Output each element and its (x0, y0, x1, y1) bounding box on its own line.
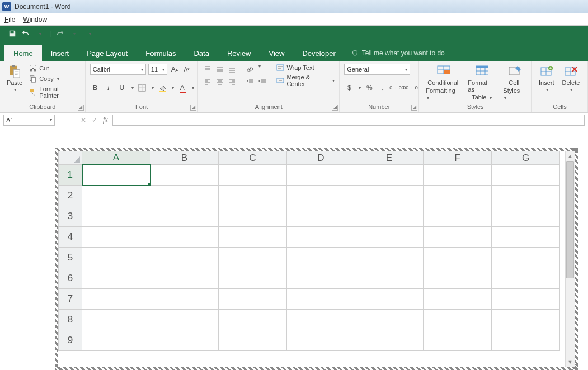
tab-view[interactable]: View (260, 45, 294, 61)
cell[interactable] (355, 186, 424, 206)
align-center-icon[interactable] (215, 76, 225, 86)
percent-format-button[interactable]: % (364, 83, 374, 93)
cut-button[interactable]: Cut (28, 64, 81, 73)
number-launcher[interactable]: ◢ (411, 105, 417, 111)
clipboard-launcher[interactable]: ◢ (78, 105, 84, 111)
tab-page-layout[interactable]: Page Layout (78, 45, 137, 61)
col-header-C[interactable]: C (219, 151, 287, 165)
row-header-4[interactable]: 4 (59, 227, 82, 248)
tab-formulas[interactable]: Formulas (137, 45, 185, 61)
col-header-E[interactable]: E (355, 151, 424, 165)
cell[interactable] (492, 248, 560, 268)
row-header-7[interactable]: 7 (59, 289, 82, 310)
decrease-indent-icon[interactable] (245, 76, 255, 86)
cell[interactable] (219, 165, 287, 186)
cell[interactable] (82, 206, 150, 227)
redo-icon[interactable] (55, 29, 64, 38)
wrap-text-button[interactable]: Wrap Text (276, 64, 335, 72)
cell[interactable] (82, 227, 150, 248)
comma-format-button[interactable]: , (378, 83, 388, 93)
underline-button[interactable]: U (117, 83, 127, 93)
enter-formula-icon[interactable]: ✓ (92, 116, 97, 124)
scroll-track[interactable] (566, 279, 575, 357)
cell[interactable] (355, 310, 424, 330)
embedded-spreadsheet[interactable]: A B C D E F G 1 2 3 4 5 6 7 8 9 ▲ (55, 148, 578, 370)
cell[interactable] (492, 165, 560, 186)
font-color-dropdown[interactable]: ▾ (192, 86, 194, 91)
cell[interactable] (82, 268, 150, 289)
paste-dropdown[interactable]: ▾ (14, 87, 16, 92)
cell[interactable] (82, 186, 150, 206)
cell[interactable] (424, 248, 492, 268)
col-header-B[interactable]: B (150, 151, 219, 165)
cell[interactable] (150, 227, 219, 248)
row-header-9[interactable]: 9 (59, 330, 82, 351)
cell[interactable] (82, 289, 150, 310)
align-top-icon[interactable] (203, 64, 213, 74)
paste-button[interactable]: Paste ▾ (4, 64, 25, 93)
cell[interactable] (219, 227, 287, 248)
cell[interactable] (82, 310, 150, 330)
cell[interactable] (492, 268, 560, 289)
format-painter-button[interactable]: Format Painter (28, 85, 81, 99)
col-header-A[interactable]: A (82, 151, 150, 165)
scroll-up-icon[interactable]: ▲ (566, 151, 575, 160)
menu-file[interactable]: File (4, 16, 15, 23)
cell[interactable] (355, 227, 424, 248)
cell[interactable] (287, 268, 355, 289)
cell[interactable] (492, 330, 560, 351)
cell[interactable] (424, 289, 492, 310)
cell[interactable] (424, 186, 492, 206)
row-header-6[interactable]: 6 (59, 268, 82, 289)
cell[interactable] (150, 165, 219, 186)
cell[interactable] (492, 206, 560, 227)
fill-color-dropdown[interactable]: ▾ (172, 86, 174, 91)
cell[interactable] (219, 206, 287, 227)
accounting-dropdown[interactable]: ▾ (359, 86, 361, 91)
tell-me-search[interactable]: Tell me what you want to do (351, 45, 445, 61)
cell[interactable] (355, 289, 424, 310)
align-left-icon[interactable] (203, 76, 213, 86)
row-header-1[interactable]: 1 (59, 165, 82, 186)
cell[interactable] (287, 310, 355, 330)
font-size-combo[interactable]: 11▾ (148, 64, 167, 75)
borders-button[interactable] (137, 83, 147, 93)
cell[interactable] (150, 248, 219, 268)
row-header-2[interactable]: 2 (59, 186, 82, 206)
row-header-8[interactable]: 8 (59, 310, 82, 330)
cell[interactable] (492, 289, 560, 310)
number-format-combo[interactable]: General▾ (344, 64, 410, 75)
row-header-5[interactable]: 5 (59, 248, 82, 268)
fill-color-button[interactable] (157, 83, 167, 93)
cell[interactable] (355, 248, 424, 268)
orientation-dropdown[interactable]: ▾ (258, 64, 261, 74)
cell[interactable] (150, 186, 219, 206)
cell[interactable] (82, 248, 150, 268)
format-as-table-button[interactable]: Format as Table ▾ (465, 64, 497, 102)
cell[interactable] (287, 206, 355, 227)
italic-button[interactable]: I (104, 83, 114, 93)
tab-data[interactable]: Data (185, 45, 218, 61)
worksheet-grid[interactable]: A B C D E F G 1 2 3 4 5 6 7 8 9 (58, 151, 560, 351)
copy-dropdown[interactable]: ▾ (57, 77, 59, 82)
align-right-icon[interactable] (227, 76, 237, 86)
underline-dropdown[interactable]: ▾ (131, 86, 134, 91)
cell[interactable] (219, 310, 287, 330)
merge-dropdown[interactable]: ▾ (332, 78, 335, 83)
cell[interactable] (492, 227, 560, 248)
cell[interactable] (355, 268, 424, 289)
align-bottom-icon[interactable] (227, 64, 237, 74)
increase-font-icon[interactable]: A▴ (170, 64, 180, 74)
orientation-button[interactable]: ab (245, 64, 255, 74)
cancel-formula-icon[interactable]: ✕ (81, 116, 86, 124)
cell[interactable] (150, 289, 219, 310)
cell[interactable] (287, 330, 355, 351)
cell[interactable] (150, 206, 219, 227)
copy-button[interactable]: Copy ▾ (28, 74, 81, 83)
save-icon[interactable] (8, 29, 17, 38)
cell[interactable] (424, 206, 492, 227)
select-all-corner[interactable] (59, 151, 82, 165)
conditional-formatting-button[interactable]: Conditional Formatting ▾ (424, 64, 462, 102)
undo-dropdown[interactable]: ▾ (36, 29, 45, 38)
col-header-F[interactable]: F (424, 151, 492, 165)
